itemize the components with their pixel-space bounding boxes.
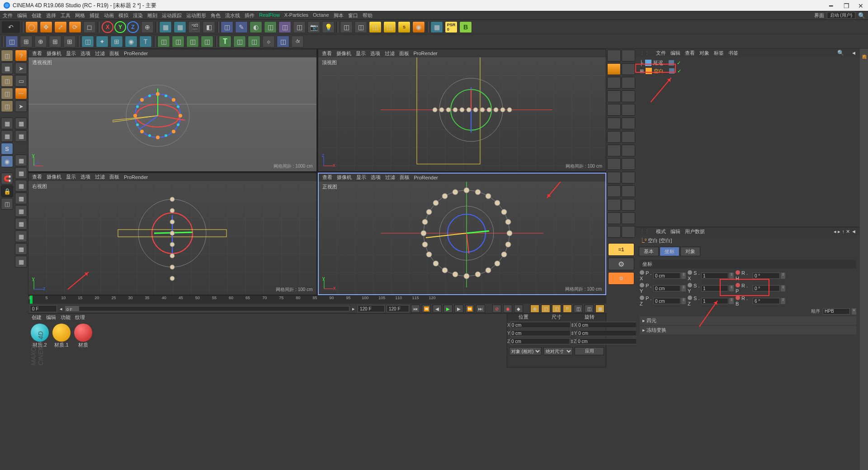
vp-menu-查看[interactable]: 查看 [32, 174, 42, 180]
mat-menu-编辑[interactable]: 编辑 [46, 314, 56, 321]
coord-sys-icon[interactable]: ⊕ [141, 21, 154, 33]
vp-menu-查看[interactable]: 查看 [322, 50, 332, 57]
tb2-13[interactable]: ◫ [186, 36, 199, 47]
tb2-5[interactable]: ⊞ [63, 36, 76, 47]
viewport-top[interactable]: 查看摄像机显示选项过滤面板ProRender ⊞◫⊡▦ 顶视图 zx [318, 49, 607, 172]
misc1-icon[interactable]: ◫ [354, 21, 367, 33]
coord-apply-button[interactable]: 应用 [575, 347, 604, 355]
menu-插件[interactable]: 插件 [245, 12, 255, 19]
attr-menu-编辑[interactable]: 编辑 [670, 228, 680, 235]
opt5-icon[interactable]: ◫ [585, 305, 594, 313]
grid11-icon[interactable]: ▦ [15, 256, 27, 268]
record-icon[interactable]: ⊘ [492, 305, 501, 313]
cursor-icon[interactable]: ➤ [15, 100, 27, 112]
end-frame-field-2[interactable] [387, 305, 409, 312]
rs-1[interactable] [607, 50, 621, 61]
menu-工具[interactable]: 工具 [61, 12, 71, 19]
rs-19[interactable] [607, 172, 621, 183]
undo-button[interactable]: ↶ [2, 21, 20, 33]
rs-13[interactable] [607, 131, 621, 143]
opt4-icon[interactable]: ◫ [574, 305, 583, 313]
rs-22[interactable] [622, 185, 635, 197]
s-mode-icon[interactable]: S [1, 143, 13, 155]
menu-帮助[interactable]: 帮助 [363, 12, 373, 19]
timeline-slider[interactable]: 0 F [65, 306, 349, 311]
rs-4[interactable] [622, 63, 635, 75]
menu-运动图形[interactable]: 运动图形 [186, 12, 206, 19]
menu-运动跟踪[interactable]: 运动跟踪 [162, 12, 182, 19]
menu-模拟[interactable]: 模拟 [118, 12, 128, 19]
vp-menu-选项[interactable]: 选项 [80, 174, 90, 180]
rs-pencil-icon[interactable] [607, 63, 621, 75]
render-view-icon[interactable]: ▦ [159, 21, 172, 33]
keyframe-icon[interactable]: ◆ [514, 305, 523, 313]
vp-menu-面板[interactable]: 面板 [399, 50, 409, 57]
attr-menu-模式[interactable]: 模式 [656, 228, 666, 235]
menu-创建[interactable]: 创建 [32, 12, 42, 19]
menu-编辑[interactable]: 编辑 [17, 12, 27, 19]
opt-p-icon[interactable]: P [563, 305, 572, 313]
rs-20[interactable] [622, 172, 635, 183]
render-pv-icon[interactable]: ◧ [203, 21, 215, 33]
om-menu-编辑[interactable]: 编辑 [670, 50, 680, 56]
rs-16[interactable] [622, 145, 635, 156]
grid10-icon[interactable]: ▦ [15, 243, 27, 255]
rs-8[interactable] [622, 90, 635, 102]
tb2-6[interactable]: ◫ [81, 36, 94, 47]
mat-menu-创建[interactable]: 创建 [32, 314, 42, 321]
vp-menu-ProRender[interactable]: ProRender [124, 51, 148, 56]
rs-21[interactable] [607, 185, 621, 197]
next-key-icon[interactable]: ⏩ [465, 305, 474, 313]
help-icon[interactable]: ? [15, 50, 27, 61]
rs-15[interactable] [607, 145, 621, 156]
menu-动画[interactable]: 动画 [104, 12, 114, 19]
vp-menu-ProRender[interactable]: ProRender [414, 175, 438, 180]
rs-24[interactable] [622, 199, 635, 211]
reset-psr-icon[interactable]: =1 [608, 243, 634, 256]
menu-RealFlow[interactable]: RealFlow [259, 12, 280, 19]
tb2-2[interactable]: ⊞ [20, 36, 33, 47]
vp-menu-过滤[interactable]: 过滤 [95, 50, 105, 57]
layout-dropdown[interactable]: 启动 (用户) [827, 12, 855, 19]
poly-mode-icon[interactable]: ▦ [1, 130, 13, 142]
om-search-icon[interactable]: 🔍 [837, 50, 844, 56]
vp-menu-摄像机[interactable]: 摄像机 [47, 50, 61, 57]
rs-14[interactable] [622, 131, 635, 143]
gold-render-icon[interactable]: ◫ [369, 21, 382, 33]
menu-渲染[interactable]: 渲染 [133, 12, 143, 19]
vp-menu-选项[interactable]: 选项 [371, 174, 381, 181]
tb2-8[interactable]: ⊞ [110, 36, 123, 47]
collapse-▸ 冻结变换[interactable]: ▸ 冻结变换 [640, 326, 856, 334]
axis-mode-icon[interactable]: ◉ [1, 155, 13, 167]
rs-27[interactable] [607, 226, 621, 238]
menu-Octane[interactable]: Octane [313, 12, 329, 19]
snap-icon[interactable]: 🧲 [1, 173, 13, 184]
grid6-icon[interactable]: ▦ [15, 193, 27, 204]
vp-menu-选项[interactable]: 选项 [80, 50, 90, 57]
nurbs-icon[interactable]: ◐ [250, 21, 262, 33]
vp-menu-显示[interactable]: 显示 [66, 50, 76, 57]
material-材质.1[interactable]: 材质.1 [52, 324, 71, 348]
object-延迟[interactable]: ├延迟✓ [640, 59, 856, 67]
menu-文件[interactable]: 文件 [3, 12, 13, 19]
vp-menu-摄像机[interactable]: 摄像机 [336, 50, 351, 57]
object-空白[interactable]: ⊞空白✓ [640, 67, 856, 75]
om-menu-书签[interactable]: 书签 [728, 50, 738, 56]
menu-捕捉[interactable]: 捕捉 [90, 12, 99, 19]
tb2-7[interactable]: ✦ [96, 36, 108, 47]
om-menu-对象[interactable]: 对象 [699, 50, 709, 56]
vp-menu-显示[interactable]: 显示 [356, 50, 366, 57]
b-icon[interactable]: B [459, 21, 472, 33]
rs-10[interactable] [622, 104, 635, 116]
attr-menu-用户数据[interactable]: 用户数据 [685, 228, 705, 235]
text-icon[interactable]: T [219, 36, 231, 47]
tb2-11[interactable]: ◫ [157, 36, 170, 47]
opt1-icon[interactable]: ⊕ [530, 305, 539, 313]
misc-left-icon[interactable]: ◫ [1, 198, 13, 210]
texture-mode-icon[interactable]: ◫ [1, 75, 13, 87]
cube-icon[interactable]: ◫ [221, 21, 233, 33]
rs-26[interactable] [622, 212, 635, 224]
model-mode-icon[interactable]: ▦ [1, 62, 13, 74]
grid4-icon[interactable]: ▦ [15, 167, 27, 179]
make-editable-icon[interactable]: ◫ [1, 50, 13, 61]
